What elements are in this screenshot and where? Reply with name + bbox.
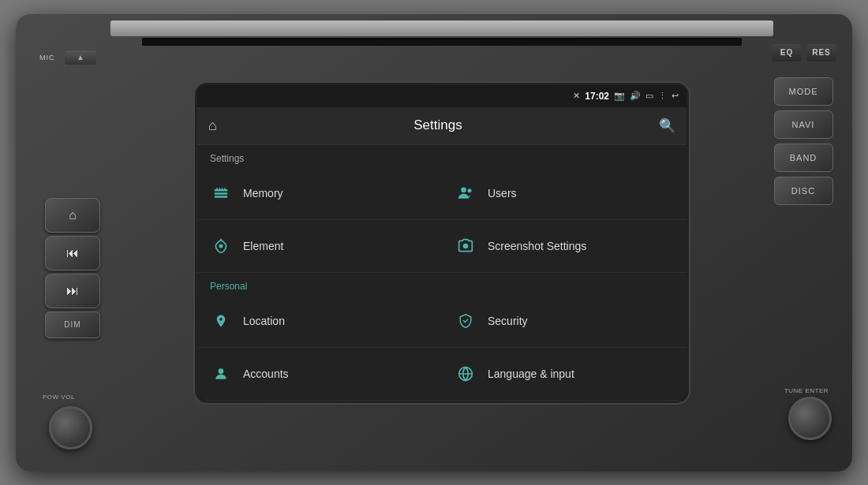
setting-location[interactable]: Location bbox=[197, 295, 442, 348]
more-icon: ⋮ bbox=[658, 91, 667, 101]
svg-rect-5 bbox=[222, 188, 223, 190]
content-area: Settings bbox=[197, 145, 687, 401]
band-button[interactable]: BAND bbox=[774, 144, 833, 172]
status-time: 17:02 bbox=[585, 91, 609, 102]
home-icon[interactable]: ⌂ bbox=[208, 118, 217, 134]
setting-memory[interactable]: Memory bbox=[197, 167, 442, 220]
dim-button[interactable]: DIM bbox=[45, 312, 100, 338]
signal-icon: ✕ bbox=[573, 91, 580, 101]
screenshot-label: Screenshot Settings bbox=[488, 240, 586, 252]
location-label: Location bbox=[243, 315, 285, 327]
mic-label: MIC bbox=[39, 54, 55, 62]
screen-bezel: ✕ 17:02 📷 🔊 ▭ ⋮ ↩ ⌂ Settings 🔍 Settings bbox=[197, 85, 687, 401]
section-label: Settings bbox=[197, 145, 687, 167]
element-label: Element bbox=[243, 240, 283, 252]
navi-button[interactable]: NAVI bbox=[774, 110, 833, 139]
users-icon bbox=[455, 182, 477, 204]
tune-enter-knob[interactable] bbox=[788, 397, 832, 440]
mode-button[interactable]: MODE bbox=[774, 77, 833, 106]
back-icon[interactable]: ↩ bbox=[672, 91, 679, 101]
svg-point-8 bbox=[468, 188, 472, 192]
accounts-label: Accounts bbox=[243, 367, 289, 380]
language-icon bbox=[455, 363, 477, 385]
setting-element[interactable]: Element bbox=[197, 220, 442, 273]
camera-icon: 📷 bbox=[614, 91, 625, 101]
setting-users[interactable]: Users bbox=[442, 167, 687, 220]
setting-language[interactable]: Language & input bbox=[442, 348, 687, 401]
screenshot-icon bbox=[455, 235, 477, 257]
radio-unit: MIC ▲ ⌂ ⏮ ⏭ DIM POW VOL ✕ 17:02 📷 🔊 ▭ ⋮ … bbox=[16, 14, 852, 472]
battery-icon: ▭ bbox=[645, 91, 653, 101]
setting-screenshot[interactable]: Screenshot Settings bbox=[442, 220, 687, 273]
search-icon[interactable]: 🔍 bbox=[659, 118, 675, 134]
personal-settings-grid: Location Security bbox=[197, 295, 687, 401]
volume-icon: 🔊 bbox=[630, 91, 641, 101]
svg-rect-0 bbox=[215, 189, 228, 192]
rewind-button[interactable]: ⏮ bbox=[45, 236, 100, 270]
memory-label: Memory bbox=[243, 187, 283, 200]
svg-rect-6 bbox=[224, 188, 226, 190]
accounts-icon bbox=[210, 363, 232, 385]
svg-point-10 bbox=[219, 368, 224, 374]
pow-vol-knob[interactable] bbox=[49, 406, 92, 450]
setting-security[interactable]: Security bbox=[442, 295, 687, 348]
left-panel: MIC ▲ ⌂ ⏮ ⏭ DIM POW VOL bbox=[25, 22, 120, 464]
memory-icon bbox=[210, 182, 232, 204]
personal-label: Personal bbox=[197, 273, 687, 295]
status-bar: ✕ 17:02 📷 🔊 ▭ ⋮ ↩ bbox=[197, 85, 687, 107]
svg-rect-3 bbox=[216, 188, 218, 190]
disc-button[interactable]: DISC bbox=[774, 177, 833, 205]
top-bar: ⌂ Settings 🔍 bbox=[197, 107, 687, 145]
pow-label: POW VOL bbox=[43, 394, 75, 401]
tune-label: TUNE ENTER bbox=[784, 387, 829, 394]
settings-grid: Memory bbox=[197, 167, 687, 273]
svg-rect-1 bbox=[215, 192, 228, 195]
language-label: Language & input bbox=[488, 367, 574, 380]
security-icon bbox=[455, 310, 477, 332]
svg-rect-2 bbox=[215, 196, 228, 198]
top-bar-title: Settings bbox=[226, 118, 649, 133]
svg-point-9 bbox=[219, 244, 223, 248]
users-label: Users bbox=[488, 187, 517, 200]
eject-button[interactable]: ▲ bbox=[65, 50, 96, 65]
fastforward-button[interactable]: ⏭ bbox=[45, 274, 100, 308]
svg-point-7 bbox=[461, 187, 466, 192]
screen-wrapper: ✕ 17:02 📷 🔊 ▭ ⋮ ↩ ⌂ Settings 🔍 Settings bbox=[120, 22, 764, 464]
home-button[interactable]: ⌂ bbox=[45, 198, 100, 233]
element-icon bbox=[210, 235, 232, 257]
location-icon bbox=[210, 310, 232, 332]
setting-accounts[interactable]: Accounts bbox=[197, 348, 442, 401]
eq-button[interactable]: EQ bbox=[772, 44, 802, 62]
svg-rect-4 bbox=[219, 188, 221, 190]
security-label: Security bbox=[488, 315, 528, 327]
right-panel: EQ RES MODE NAVI BAND DISC TUNE ENTER bbox=[764, 22, 843, 464]
res-button[interactable]: RES bbox=[806, 44, 836, 62]
android-screen: ✕ 17:02 📷 🔊 ▭ ⋮ ↩ ⌂ Settings 🔍 Settings bbox=[197, 85, 687, 401]
